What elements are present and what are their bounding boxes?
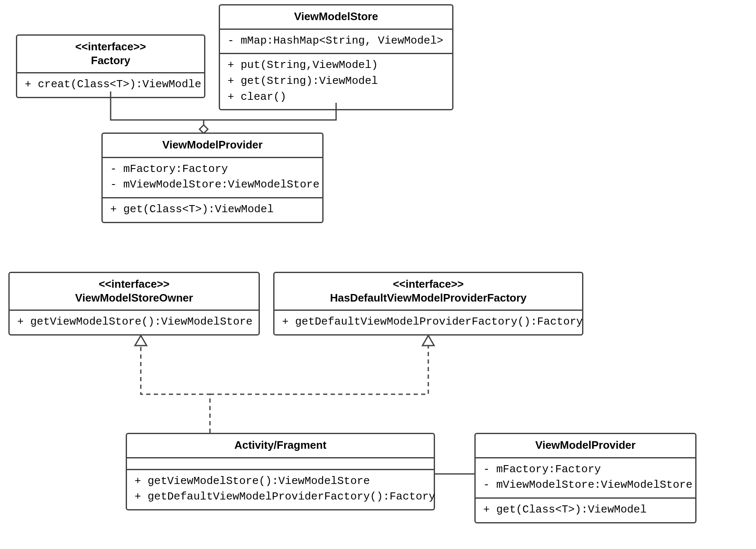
viewmodelprovider-method-0: + get(Class<T>):ViewModel — [110, 202, 315, 218]
viewmodelprovider2-title: ViewModelProvider — [476, 434, 695, 458]
viewmodelstoreowner-name: ViewModelStoreOwner — [75, 291, 193, 304]
edge-af-owner — [141, 346, 210, 433]
activityfragment-name: Activity/Fragment — [234, 439, 326, 451]
class-viewmodelstore: ViewModelStore - mMap:HashMap<String, Vi… — [219, 4, 453, 110]
activityfragment-method-0: + getViewModelStore():ViewModelStore — [135, 474, 426, 489]
activityfragment-fields — [127, 458, 434, 470]
realization-arrowhead-hasdefault-icon — [422, 336, 434, 346]
viewmodelstore-method-0: + put(String,ViewModel) — [228, 57, 445, 73]
viewmodelprovider2-field-0: - mFactory:Factory — [483, 462, 688, 478]
viewmodelprovider2-field-1: - mViewModelStore:ViewModelStore — [483, 477, 688, 493]
class-factory-title: <<interface>> Factory — [17, 36, 204, 73]
viewmodelstoreowner-methods: + getViewModelStore():ViewModelStore — [10, 311, 259, 334]
viewmodelstore-fields: - mMap:HashMap<String, ViewModel> — [220, 30, 452, 55]
aggregation-diamond-icon — [199, 125, 208, 133]
viewmodelprovider2-name: ViewModelProvider — [535, 439, 635, 451]
edge-af-hasdefault — [210, 346, 428, 394]
viewmodelstore-title: ViewModelStore — [220, 5, 452, 30]
class-viewmodelstoreowner: <<interface>> ViewModelStoreOwner + getV… — [8, 272, 260, 336]
viewmodelprovider2-method-0: + get(Class<T>):ViewModel — [483, 502, 688, 518]
viewmodelstoreowner-stereotype: <<interface>> — [17, 277, 251, 291]
hasdefaultfactory-method-0: + getDefaultViewModelProviderFactory():F… — [282, 314, 575, 330]
viewmodelstoreowner-title: <<interface>> ViewModelStoreOwner — [10, 273, 259, 311]
viewmodelstore-name: ViewModelStore — [294, 10, 378, 23]
activityfragment-title: Activity/Fragment — [127, 434, 434, 458]
class-factory: <<interface>> Factory + creat(Class<T>):… — [16, 34, 205, 98]
viewmodelstore-method-1: + get(String):ViewModel — [228, 73, 445, 89]
hasdefaultfactory-stereotype: <<interface>> — [282, 277, 575, 291]
hasdefaultfactory-methods: + getDefaultViewModelProviderFactory():F… — [274, 311, 582, 334]
viewmodelstoreowner-method-0: + getViewModelStore():ViewModelStore — [17, 314, 251, 330]
viewmodelprovider-title: ViewModelProvider — [103, 134, 322, 158]
class-activityfragment: Activity/Fragment + getViewModelStore():… — [126, 433, 435, 510]
factory-methods: + creat(Class<T>):ViewModle — [17, 73, 204, 97]
hasdefaultfactory-title: <<interface>> HasDefaultViewModelProvide… — [274, 273, 582, 311]
factory-stereotype: <<interface>> — [25, 40, 197, 54]
hasdefaultfactory-name: HasDefaultViewModelProviderFactory — [330, 291, 526, 304]
factory-name: Factory — [91, 54, 130, 67]
viewmodelprovider-fields: - mFactory:Factory - mViewModelStore:Vie… — [103, 158, 322, 198]
class-viewmodelprovider: ViewModelProvider - mFactory:Factory - m… — [101, 133, 324, 223]
class-viewmodelprovider2: ViewModelProvider - mFactory:Factory - m… — [474, 433, 696, 523]
viewmodelstore-method-2: + clear() — [228, 89, 445, 105]
activityfragment-method-1: + getDefaultViewModelProviderFactory():F… — [135, 489, 426, 505]
class-hasdefaultfactory: <<interface>> HasDefaultViewModelProvide… — [273, 272, 583, 336]
viewmodelprovider-name: ViewModelProvider — [162, 138, 262, 151]
viewmodelprovider-field-1: - mViewModelStore:ViewModelStore — [110, 177, 315, 193]
viewmodelprovider-field-0: - mFactory:Factory — [110, 161, 315, 177]
realization-arrowhead-owner-icon — [135, 336, 147, 346]
viewmodelstore-field-0: - mMap:HashMap<String, ViewModel> — [228, 33, 445, 49]
viewmodelstore-methods: + put(String,ViewModel) + get(String):Vi… — [220, 54, 452, 109]
factory-method-0: + creat(Class<T>):ViewModle — [25, 77, 197, 93]
viewmodelprovider2-methods: + get(Class<T>):ViewModel — [476, 499, 695, 522]
viewmodelprovider-methods: + get(Class<T>):ViewModel — [103, 198, 322, 222]
activityfragment-methods: + getViewModelStore():ViewModelStore + g… — [127, 470, 434, 509]
viewmodelprovider2-fields: - mFactory:Factory - mViewModelStore:Vie… — [476, 458, 695, 499]
